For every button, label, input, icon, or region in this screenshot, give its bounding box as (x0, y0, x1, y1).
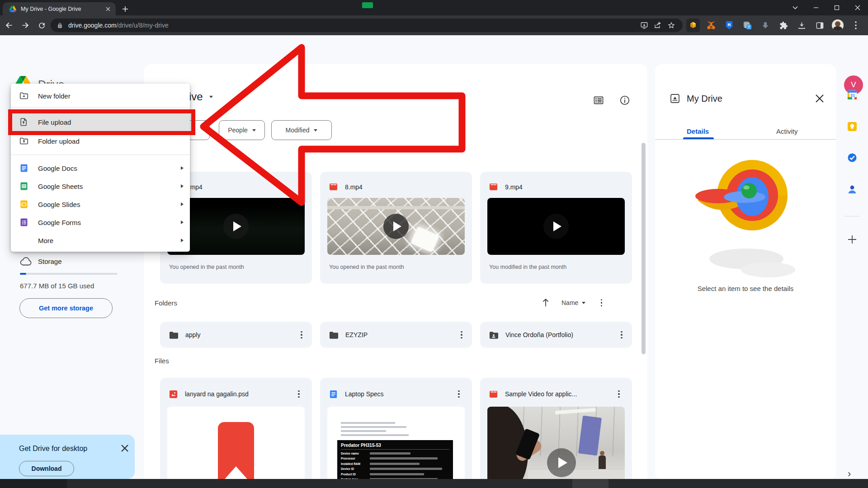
browser-tab[interactable]: My Drive - Google Drive (3, 2, 116, 15)
menu-item-new-folder[interactable]: New folder (11, 87, 190, 105)
illustration-shadow (741, 262, 795, 277)
folder-tile-portfolio[interactable]: Vince Ordoña (Portfolio) (480, 322, 632, 348)
ronin-extension-icon[interactable]: R (722, 19, 736, 32)
scrollbar-thumb[interactable] (642, 143, 646, 354)
menu-item-google-forms[interactable]: Google Forms (11, 213, 190, 231)
window-close-icon[interactable] (847, 0, 868, 15)
extensions-row: R T (686, 18, 863, 33)
tab-close-icon[interactable] (104, 5, 112, 13)
tab-activity[interactable]: Activity (776, 127, 798, 135)
metamask-extension-icon[interactable] (704, 19, 718, 32)
menu-item-google-docs[interactable]: Google Docs (11, 159, 190, 177)
menu-item-google-sheets[interactable]: Google Sheets (11, 177, 190, 195)
address-bar[interactable]: drive.google.com/drive/u/8/my-drive (51, 19, 683, 32)
google-forms-icon (19, 217, 29, 227)
downloads-icon[interactable] (795, 19, 808, 32)
file-card-psd[interactable]: lanyard na gagalin.psd (160, 378, 312, 488)
google-docs-file-icon (329, 390, 338, 399)
window-maximize-icon[interactable] (826, 0, 847, 15)
chevron-down-icon (582, 302, 585, 304)
drive-item-icon (670, 93, 680, 104)
play-button[interactable] (543, 214, 569, 239)
cube-extension-icon[interactable] (686, 19, 700, 32)
keep-icon[interactable] (847, 121, 858, 132)
video-thumbnail (487, 198, 625, 255)
recording-indicator (362, 2, 373, 8)
file-card-laptop-specs[interactable]: Laptop Specs Predator PH315-53 Device na… (320, 378, 472, 488)
file-kebab-icon[interactable] (615, 389, 623, 399)
side-panel-icon[interactable] (813, 19, 826, 32)
tasks-icon[interactable] (847, 152, 858, 163)
details-close-icon[interactable] (814, 93, 825, 104)
document-thumbnail: Predator PH315-53 Device name Processor … (327, 407, 465, 488)
browser-tab-strip: My Drive - Google Drive (0, 0, 868, 15)
back-icon[interactable] (2, 18, 16, 33)
google-side-rail: 31 › (836, 64, 868, 488)
folders-section-label: Folders (155, 299, 177, 307)
folder-kebab-icon[interactable] (618, 329, 626, 340)
svg-text:T: T (748, 25, 750, 29)
file-kebab-icon[interactable] (455, 389, 463, 399)
tab-details[interactable]: Details (687, 127, 709, 135)
video-file-icon (489, 390, 498, 399)
forward-icon[interactable] (18, 18, 33, 33)
menu-item-more[interactable]: More (11, 231, 190, 249)
folder-tile-ezyzip[interactable]: EZYZIP (320, 322, 472, 348)
collapse-panel-chevron-icon[interactable]: › (848, 468, 851, 480)
extensions-puzzle-icon[interactable] (777, 19, 790, 32)
menu-item-google-slides[interactable]: Google Slides (11, 195, 190, 213)
copy-text-extension-icon[interactable]: T (741, 19, 754, 32)
sort-direction-up-icon[interactable] (542, 298, 550, 307)
calendar-icon[interactable]: 31 (847, 89, 858, 100)
svg-text:31: 31 (850, 93, 855, 98)
psd-thumbnail (167, 407, 305, 488)
profile-avatar[interactable] (831, 19, 844, 32)
play-button[interactable] (223, 214, 249, 239)
new-tab-button[interactable] (119, 3, 131, 15)
arrow-extension-icon[interactable] (759, 19, 772, 32)
folder-icon (169, 331, 178, 339)
drive-empty-state-illustration (684, 150, 807, 245)
banner-close-icon[interactable] (120, 444, 129, 453)
info-icon[interactable] (619, 95, 630, 106)
psd-logo-shape (218, 422, 254, 488)
play-button[interactable] (547, 448, 576, 477)
shared-folder-icon (489, 331, 498, 339)
new-context-menu: New folder File upload Folder upload Goo… (11, 84, 190, 252)
suggested-card-9mp4[interactable]: 9.mp4 You modified in the past month (480, 172, 632, 284)
bookmark-star-icon[interactable] (665, 19, 678, 31)
folder-upload-icon (19, 136, 29, 146)
suggestion-reason: You modified in the past month (489, 264, 566, 270)
tab-search-icon[interactable] (785, 0, 806, 15)
browser-toolbar: drive.google.com/drive/u/8/my-drive R T (0, 15, 868, 35)
divider (655, 139, 836, 140)
view-options-kebab-icon[interactable] (597, 297, 605, 308)
submenu-arrow-icon (181, 166, 184, 170)
google-sheets-icon (19, 181, 29, 191)
list-view-icon[interactable] (593, 95, 604, 106)
share-icon[interactable] (651, 19, 665, 31)
drive-desktop-banner: Get Drive for desktop Download (0, 435, 135, 479)
play-button[interactable] (383, 214, 409, 239)
folder-kebab-icon[interactable] (297, 329, 306, 340)
get-more-storage-button[interactable]: Get more storage (19, 298, 113, 318)
screen: My Drive - Google Drive drive.google.com… (0, 0, 868, 488)
window-minimize-icon[interactable] (806, 0, 826, 15)
install-app-icon[interactable] (637, 19, 651, 31)
storage-used-text: 677.7 MB of 15 GB used (20, 282, 94, 290)
cloud-icon (20, 257, 32, 266)
contacts-icon[interactable] (847, 184, 858, 195)
add-side-app-icon[interactable] (847, 234, 858, 245)
browser-menu-kebab-icon[interactable] (849, 19, 863, 32)
menu-divider (11, 155, 190, 155)
storage-label: Storage (38, 258, 62, 265)
sort-by-name[interactable]: Name (561, 299, 585, 306)
folder-kebab-icon[interactable] (458, 329, 466, 340)
reload-icon[interactable] (34, 18, 49, 33)
folder-tile-apply[interactable]: apply (160, 322, 312, 348)
window-controls (785, 0, 868, 15)
banner-download-button[interactable]: Download (19, 461, 74, 476)
file-card-sample-video[interactable]: Sample Video for applic... (480, 378, 632, 488)
file-kebab-icon[interactable] (295, 389, 303, 399)
url-host: drive.google.com (68, 22, 117, 29)
